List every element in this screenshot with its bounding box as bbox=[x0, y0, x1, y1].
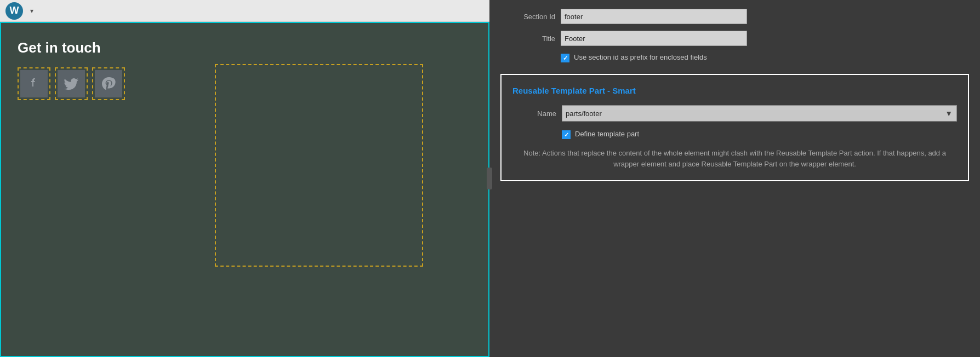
use-section-id-checkbox[interactable] bbox=[561, 54, 569, 62]
chevron-down-icon[interactable]: ▾ bbox=[26, 5, 37, 16]
define-template-part-row: Define template part bbox=[512, 129, 957, 139]
use-section-id-row: Use section id as prefix for enclosed fi… bbox=[489, 49, 980, 66]
get-in-touch-heading: Get in touch bbox=[18, 39, 472, 56]
section-id-label: Section Id bbox=[500, 13, 555, 21]
title-label: Title bbox=[500, 34, 555, 43]
note-text: Note: Actions that replace the content o… bbox=[512, 148, 957, 169]
editor-panel: W ▾ Get in touch bbox=[0, 0, 489, 357]
name-select[interactable]: parts/footer parts/header parts/sidebar bbox=[562, 105, 957, 122]
template-part-title: Reusable Template Part - Smart bbox=[512, 86, 957, 95]
wordpress-logo[interactable]: W bbox=[5, 2, 23, 20]
settings-panel: Section Id Title Use section id as prefi… bbox=[489, 0, 980, 357]
name-label: Name bbox=[512, 110, 556, 118]
pinterest-icon-wrapper[interactable] bbox=[92, 67, 125, 100]
drag-handle[interactable] bbox=[487, 168, 492, 189]
pinterest-icon bbox=[95, 70, 122, 97]
section-id-input[interactable] bbox=[561, 9, 747, 24]
title-row: Title bbox=[489, 27, 980, 49]
top-bar: W ▾ bbox=[0, 0, 489, 22]
name-select-wrapper: parts/footer parts/header parts/sidebar … bbox=[562, 105, 957, 122]
define-template-part-checkbox[interactable] bbox=[562, 130, 571, 139]
social-icons-row bbox=[18, 67, 472, 100]
footer-canvas: Get in touch bbox=[0, 22, 489, 357]
facebook-icon-wrapper[interactable] bbox=[18, 67, 50, 100]
define-template-part-label: Define template part bbox=[575, 129, 639, 139]
twitter-icon bbox=[58, 70, 85, 97]
name-row: Name parts/footer parts/header parts/sid… bbox=[512, 105, 957, 122]
use-section-id-label: Use section id as prefix for enclosed fi… bbox=[574, 53, 707, 62]
facebook-icon bbox=[20, 70, 48, 97]
section-id-row: Section Id bbox=[489, 5, 980, 27]
twitter-icon-wrapper[interactable] bbox=[55, 67, 88, 100]
wp-logo-letter: W bbox=[10, 5, 19, 16]
title-input[interactable] bbox=[561, 31, 747, 46]
template-part-card: Reusable Template Part - Smart Name part… bbox=[500, 74, 969, 181]
